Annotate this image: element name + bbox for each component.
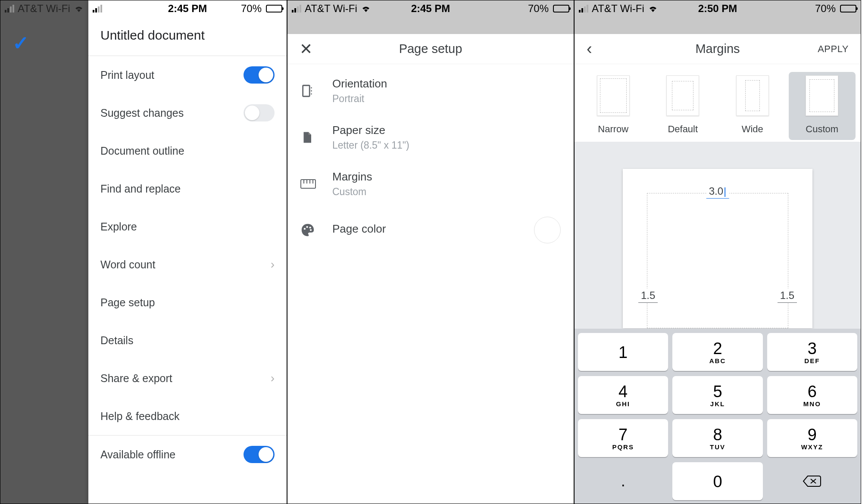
toggle-available-offline[interactable] <box>244 446 275 463</box>
preset-thumb <box>736 75 769 116</box>
preset-narrow[interactable]: Narrow <box>580 72 647 140</box>
key-0[interactable]: 0 <box>672 462 762 500</box>
toggle-suggest-changes[interactable] <box>244 104 275 121</box>
menu-label: Details <box>100 334 133 347</box>
page-setup-list: Orientation Portrait Paper size Letter (… <box>287 64 574 256</box>
menu-label: Suggest changes <box>100 107 184 119</box>
menu-label: Page setup <box>100 296 155 309</box>
confirm-check-icon[interactable]: ✓ <box>12 31 29 55</box>
preset-custom[interactable]: Custom <box>789 72 856 140</box>
row-paper-size[interactable]: Paper size Letter (8.5" x 11") <box>287 114 574 161</box>
status-bar: 2:45 PM 70% <box>88 0 287 17</box>
toggle-print-layout[interactable] <box>244 66 275 84</box>
margin-top-input[interactable]: 3.0 <box>706 184 729 199</box>
menu-details[interactable]: Details <box>88 321 287 359</box>
menu-help-feedback[interactable]: Help & feedback <box>88 397 287 435</box>
row-value: Letter (8.5" x 11") <box>332 140 409 151</box>
page-color-swatch[interactable] <box>534 217 561 243</box>
row-margins[interactable]: Margins Custom <box>287 161 574 207</box>
menu-print-layout[interactable]: Print layout <box>88 56 287 94</box>
menu-label: Word count <box>100 258 155 271</box>
row-label: Orientation <box>332 77 387 90</box>
key-2[interactable]: 2ABC <box>672 333 762 371</box>
top-background: AT&T Wi-Fi 2:50 PM 70% <box>575 0 861 34</box>
screen-document-menu: AT&T Wi-Fi 2:45 PM 70% ✓ 2:45 PM 70% <box>0 0 287 504</box>
battery-percent: 70% <box>528 3 549 15</box>
signal-bars-icon <box>579 5 588 12</box>
menu-label: Help & feedback <box>100 410 179 423</box>
menu-share-export[interactable]: Share & export › <box>88 359 287 397</box>
page-setup-sheet: ✕ Page setup Orientation Portrait Paper … <box>287 34 574 504</box>
sheet-title: Page setup <box>399 42 462 56</box>
sheet-header: ✕ Page setup <box>287 34 574 64</box>
battery-icon <box>266 5 282 12</box>
row-value: Portrait <box>332 93 387 105</box>
battery-icon <box>840 5 856 12</box>
svg-point-2 <box>311 90 312 92</box>
document-menu-panel: 2:45 PM 70% Untitled document Print layo… <box>88 0 287 504</box>
preset-wide[interactable]: Wide <box>719 72 786 140</box>
svg-point-11 <box>309 227 311 228</box>
status-bar: AT&T Wi-Fi 2:50 PM 70% <box>575 0 861 17</box>
row-page-color[interactable]: Page color <box>287 207 574 253</box>
key-8[interactable]: 8TUV <box>672 419 762 457</box>
preset-default[interactable]: Default <box>650 72 717 140</box>
preset-label: Wide <box>742 124 763 135</box>
carrier-label: AT&T Wi-Fi <box>18 3 70 15</box>
svg-point-10 <box>306 226 308 228</box>
key-5[interactable]: 5JKL <box>672 376 762 414</box>
orientation-icon <box>300 84 318 98</box>
margin-left-input[interactable]: 1.5 <box>638 289 658 303</box>
battery-percent: 70% <box>815 3 836 15</box>
svg-rect-0 <box>303 85 310 96</box>
key-3[interactable]: 3DEF <box>767 333 857 371</box>
row-value: Custom <box>332 186 372 198</box>
key-backspace[interactable] <box>767 462 857 500</box>
file-icon <box>300 130 318 145</box>
page-preview: 3.0 1.5 1.5 <box>623 169 812 328</box>
menu-label: Print layout <box>100 69 154 81</box>
preset-thumb <box>806 75 838 116</box>
margins-sheet: ‹ Margins APPLY Narrow Default Wide Cust… <box>575 34 861 504</box>
key-6[interactable]: 6MNO <box>767 376 857 414</box>
key-dot[interactable]: . <box>578 462 668 500</box>
preset-thumb <box>666 75 699 116</box>
back-icon[interactable]: ‹ <box>587 40 592 58</box>
menu-page-setup[interactable]: Page setup <box>88 283 287 321</box>
menu-document-outline[interactable]: Document outline <box>88 132 287 170</box>
page-preview-area: 3.0 1.5 1.5 <box>575 142 861 332</box>
chevron-right-icon: › <box>271 371 275 385</box>
svg-point-9 <box>304 228 306 230</box>
preset-label: Custom <box>806 124 838 135</box>
row-orientation[interactable]: Orientation Portrait <box>287 68 574 114</box>
menu-label: Explore <box>100 221 137 233</box>
key-4[interactable]: 4GHI <box>578 376 668 414</box>
menu-explore[interactable]: Explore <box>88 208 287 246</box>
wifi-icon <box>648 4 658 13</box>
backspace-icon <box>803 474 821 488</box>
battery-percent: 70% <box>241 3 262 15</box>
key-7[interactable]: 7PQRS <box>578 419 668 457</box>
status-time: 2:50 PM <box>698 3 737 15</box>
row-label: Paper size <box>332 124 409 137</box>
key-1[interactable]: 1 <box>578 333 668 371</box>
preset-thumb <box>597 75 630 116</box>
status-time: 2:45 PM <box>411 3 450 15</box>
close-icon[interactable]: ✕ <box>287 40 325 58</box>
numeric-keypad: 1 2ABC 3DEF 4GHI 5JKL 6MNO 7PQRS 8TUV 9W… <box>575 329 861 504</box>
screen-margins: AT&T Wi-Fi 2:50 PM 70% ‹ Margins APPLY N… <box>574 0 861 504</box>
apply-button[interactable]: APPLY <box>818 44 849 55</box>
ruler-icon <box>300 179 318 189</box>
menu-find-replace[interactable]: Find and replace <box>88 170 287 208</box>
menu-word-count[interactable]: Word count › <box>88 246 287 283</box>
chevron-right-icon: › <box>271 258 275 271</box>
carrier-label: AT&T Wi-Fi <box>305 3 357 15</box>
menu-available-offline[interactable]: Available offline <box>88 436 287 473</box>
wifi-icon <box>361 4 371 13</box>
carrier-label: AT&T Wi-Fi <box>592 3 644 15</box>
margin-right-input[interactable]: 1.5 <box>778 289 797 303</box>
wifi-icon <box>74 4 84 13</box>
menu-suggest-changes[interactable]: Suggest changes <box>88 94 287 132</box>
key-9[interactable]: 9WXYZ <box>767 419 857 457</box>
document-title: Untitled document <box>88 17 287 56</box>
